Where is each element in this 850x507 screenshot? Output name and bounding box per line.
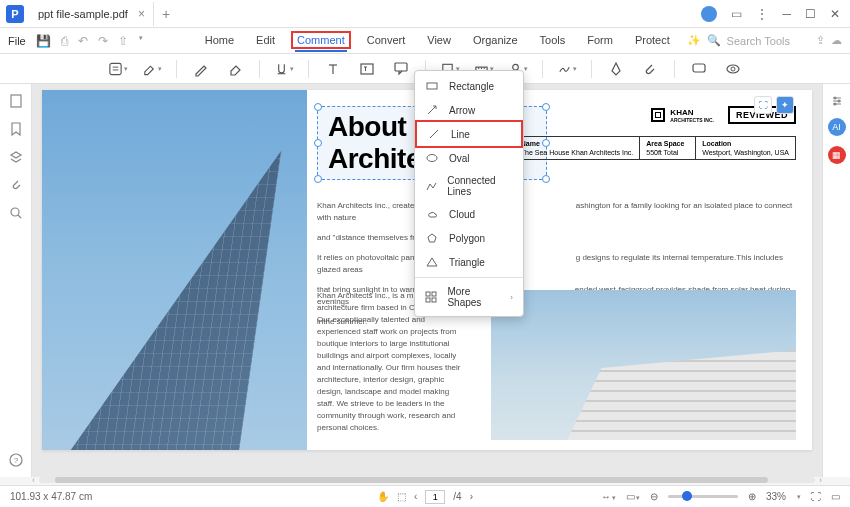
resize-handle[interactable] [314, 139, 322, 147]
shape-polygon[interactable]: Polygon [415, 226, 523, 250]
redo-icon[interactable]: ↷ [98, 34, 108, 48]
textbox-tool[interactable] [357, 59, 377, 79]
dimensions-readout: 101.93 x 47.87 cm [10, 491, 92, 502]
resize-handle[interactable] [314, 103, 322, 111]
wand-icon[interactable]: ✨ [687, 34, 701, 47]
shape-triangle[interactable]: Triangle [415, 250, 523, 274]
signature-tool[interactable]: ▾ [557, 59, 577, 79]
tab-organize[interactable]: Organize [471, 30, 520, 52]
float-ai-icon[interactable]: ✦ [776, 96, 794, 114]
attach-tool[interactable] [640, 59, 660, 79]
hand-tool-icon[interactable]: ✋ [377, 491, 389, 502]
tab-convert[interactable]: Convert [365, 30, 408, 52]
maximize-button[interactable]: ☐ [805, 7, 816, 21]
oval-icon [425, 151, 439, 165]
tab-comment[interactable]: Comment [295, 30, 347, 52]
shape-line[interactable]: Line [415, 120, 523, 148]
note-tool[interactable]: ▾ [108, 59, 128, 79]
layers-icon[interactable] [9, 150, 23, 164]
shape-cloud[interactable]: Cloud [415, 202, 523, 226]
svg-text:?: ? [13, 456, 18, 465]
close-window-button[interactable]: ✕ [830, 7, 840, 21]
highlight-tool[interactable]: ▾ [142, 59, 162, 79]
shape-connected-lines[interactable]: Connected Lines [415, 170, 523, 202]
print-icon[interactable]: ⎙ [61, 34, 68, 48]
titlebar: P ppt file-sample.pdf × + ▭ ⋮ ─ ☐ ✕ [0, 0, 850, 28]
properties-icon[interactable] [830, 94, 844, 108]
user-avatar-icon[interactable] [701, 6, 717, 22]
resize-handle[interactable] [542, 175, 550, 183]
callout-tool[interactable] [391, 59, 411, 79]
fullscreen-icon[interactable]: ⛶ [811, 491, 821, 502]
close-tab-icon[interactable]: × [138, 7, 145, 21]
qa-more-icon[interactable]: ▾ [139, 34, 143, 48]
view-mode-icon[interactable]: ▭▾ [626, 491, 640, 502]
resize-handle[interactable] [314, 175, 322, 183]
tab-view[interactable]: View [425, 30, 453, 52]
zoom-in-button[interactable]: ⊕ [748, 491, 756, 502]
export-icon[interactable]: ⇧ [118, 34, 128, 48]
pencil-tool[interactable] [191, 59, 211, 79]
zoom-slider[interactable] [668, 495, 738, 498]
underline-tool[interactable]: ▾ [274, 59, 294, 79]
read-mode-icon[interactable]: ▭ [831, 491, 840, 502]
document-tab[interactable]: ppt file-sample.pdf × [30, 2, 154, 26]
search-panel-icon[interactable] [9, 206, 23, 220]
tab-edit[interactable]: Edit [254, 30, 277, 52]
eraser-tool[interactable] [225, 59, 245, 79]
shape-oval[interactable]: Oval [415, 146, 523, 170]
resize-handle[interactable] [542, 103, 550, 111]
scroll-thumb[interactable] [55, 477, 769, 483]
save-icon[interactable]: 💾 [36, 34, 51, 48]
svg-rect-38 [432, 292, 436, 296]
shape-more[interactable]: More Shapes › [415, 281, 523, 313]
shape-arrow[interactable]: Arrow [415, 98, 523, 122]
tab-tools[interactable]: Tools [538, 30, 568, 52]
pen-tool[interactable] [606, 59, 626, 79]
minimize-button[interactable]: ─ [782, 7, 791, 21]
share-icon[interactable]: ⇪ [816, 34, 825, 47]
page-number-input[interactable] [425, 490, 445, 504]
add-tab-button[interactable]: + [162, 6, 170, 22]
hide-comments-tool[interactable] [723, 59, 743, 79]
shape-rectangle[interactable]: Rectangle [415, 74, 523, 98]
search-tools-input[interactable]: Search Tools [727, 35, 790, 47]
app-badge-icon[interactable]: ▦ [828, 146, 846, 164]
chevron-right-icon: › [510, 293, 513, 302]
undo-icon[interactable]: ↶ [78, 34, 88, 48]
connected-lines-icon [425, 179, 437, 193]
kebab-menu-icon[interactable]: ⋮ [756, 7, 768, 21]
app-icon: P [6, 5, 24, 23]
next-page-button[interactable]: › [470, 491, 473, 502]
cloud-icon[interactable]: ☁ [831, 34, 842, 47]
float-expand-icon[interactable]: ⛶ [754, 96, 772, 114]
zoom-out-button[interactable]: ⊖ [650, 491, 658, 502]
svg-point-19 [731, 67, 735, 71]
horizontal-scrollbar[interactable]: ‹ › [32, 475, 822, 485]
zoom-dropdown[interactable]: ▾ [797, 493, 801, 501]
polygon-icon [425, 231, 439, 245]
help-icon[interactable]: ? [9, 453, 23, 467]
rectangle-icon [425, 79, 439, 93]
cloud-icon [425, 207, 439, 221]
ai-badge-icon[interactable]: AI [828, 118, 846, 136]
attachments-icon[interactable] [9, 178, 23, 192]
bookmarks-icon[interactable] [9, 122, 23, 136]
select-tool-icon[interactable]: ⬚ [397, 491, 406, 502]
comments-panel-tool[interactable] [689, 59, 709, 79]
svg-point-15 [512, 64, 518, 70]
tab-protect[interactable]: Protect [633, 30, 672, 52]
statusbar: 101.93 x 47.87 cm ✋ ⬚ ‹ /4 › ↔▾ ▭▾ ⊖ ⊕ 3… [0, 485, 850, 507]
tab-home[interactable]: Home [203, 30, 236, 52]
svg-rect-39 [426, 298, 430, 302]
svg-rect-17 [693, 64, 705, 72]
file-menu[interactable]: File [8, 35, 26, 47]
prev-page-button[interactable]: ‹ [414, 491, 417, 502]
fit-width-icon[interactable]: ↔▾ [601, 491, 616, 502]
window-panel-icon[interactable]: ▭ [731, 7, 742, 21]
tab-form[interactable]: Form [585, 30, 615, 52]
svg-line-22 [18, 215, 21, 218]
info-table: NameThe Sea House Khan Architects Inc. A… [514, 136, 796, 160]
thumbnails-icon[interactable] [9, 94, 23, 108]
text-tool[interactable] [323, 59, 343, 79]
